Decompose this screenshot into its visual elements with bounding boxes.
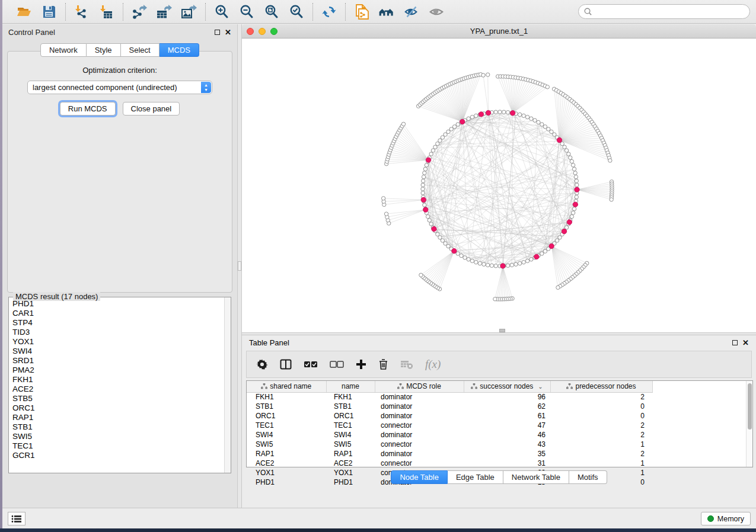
hide-selected-icon[interactable] (403, 4, 420, 20)
close-table-panel-icon[interactable]: ✕ (742, 339, 749, 347)
result-item[interactable]: SWI4 (12, 347, 224, 356)
float-table-panel-icon[interactable] (732, 340, 738, 345)
table-row[interactable]: ORC1ORC1dominator610 (247, 411, 744, 421)
zoom-out-icon[interactable] (238, 4, 255, 20)
result-item[interactable]: PMA2 (12, 366, 224, 375)
memory-label: Memory (717, 515, 744, 523)
deselect-all-icon[interactable] (330, 355, 344, 373)
table-row[interactable]: SWI4SWI4dominator462 (247, 430, 744, 440)
status-bar: Memory (2, 508, 756, 528)
result-item[interactable]: RAP1 (12, 413, 224, 422)
import-network-icon[interactable] (74, 4, 90, 20)
table-row[interactable]: SWI5SWI5connector431 (247, 440, 744, 449)
control-panel-title: Control Panel (8, 28, 55, 37)
mcds-result-scrollbar[interactable] (224, 297, 231, 473)
search-input[interactable] (592, 7, 745, 16)
table-row[interactable]: STB1STB1dominator620 (247, 402, 744, 411)
column-header-predecessor-nodes[interactable]: predecessor nodes (550, 381, 652, 392)
table-tab-node-table[interactable]: Node Table (391, 470, 448, 484)
result-item[interactable]: GCR1 (12, 451, 224, 460)
result-item[interactable]: SRD1 (12, 356, 224, 366)
export-network-icon[interactable] (131, 4, 148, 20)
application-window: Control Panel ✕ NetworkStyleSelectMCDS O… (2, 0, 756, 528)
float-panel-icon[interactable] (215, 30, 220, 35)
table-row[interactable]: ACE2ACE2connector311 (247, 459, 744, 468)
zoom-selected-icon[interactable] (288, 4, 305, 20)
memory-button[interactable]: Memory (701, 512, 751, 525)
main-toolbar (2, 0, 756, 24)
table-tab-network-table[interactable]: Network Table (503, 470, 569, 484)
import-table-icon[interactable] (98, 4, 115, 20)
delete-column-icon[interactable] (378, 355, 388, 373)
result-item[interactable]: TID3 (12, 328, 224, 337)
table-panel-title: Table Panel (249, 338, 289, 347)
refresh-layout-icon[interactable] (321, 4, 337, 20)
result-item[interactable]: SWI5 (12, 432, 224, 441)
desktop-background-bottom (0, 528, 756, 532)
network-canvas[interactable] (242, 39, 756, 332)
result-item[interactable]: YOX1 (12, 337, 224, 347)
network-window-titlebar[interactable]: YPA_prune.txt_1 (242, 24, 756, 39)
panel-splitter[interactable] (237, 24, 242, 508)
result-item[interactable]: CAR1 (12, 309, 224, 318)
table-tabs: Node TableEdge TableNetwork TableMotifs (242, 470, 756, 484)
tab-style[interactable]: Style (87, 43, 121, 57)
table-toolbar: f(x) (246, 351, 752, 378)
show-columns-icon[interactable] (280, 355, 292, 373)
column-header-MCDS-role[interactable]: MCDS role (375, 381, 464, 392)
result-item[interactable]: STP4 (12, 318, 224, 328)
network-graph[interactable] (242, 39, 755, 332)
result-item[interactable]: STB1 (12, 422, 224, 432)
result-item[interactable]: STB5 (12, 394, 224, 403)
run-mcds-button[interactable]: Run MCDS (60, 102, 116, 116)
add-column-icon[interactable] (356, 355, 366, 373)
table-scrollbar[interactable] (746, 381, 752, 467)
memory-status-icon (707, 515, 714, 522)
table-scrollbar-thumb[interactable] (748, 383, 752, 430)
table-panel: Table Panel ✕ (242, 335, 756, 508)
column-header-shared-name[interactable]: shared name (247, 381, 326, 392)
clone-network-icon[interactable] (353, 4, 370, 20)
control-panel: Control Panel ✕ NetworkStyleSelectMCDS O… (2, 24, 237, 508)
table-row[interactable]: RAP1RAP1dominator352 (247, 449, 744, 459)
table-row[interactable]: FKH1FKH1dominator962 (247, 392, 744, 402)
optimization-criterion-dropdown[interactable]: largest connected component (undirected)… (27, 81, 212, 94)
mcds-result-group: MCDS result (17 nodes) PHD1CAR1STP4TID3Y… (8, 297, 231, 473)
open-file-icon[interactable] (16, 4, 33, 20)
close-panel-icon[interactable]: ✕ (225, 28, 231, 36)
tab-mcds[interactable]: MCDS (160, 43, 199, 57)
close-panel-button[interactable]: Close panel (123, 102, 180, 116)
table-row[interactable]: TEC1TEC1connector472 (247, 421, 744, 430)
node-table-container: shared namenameMCDS rolesuccessor nodes⌄… (246, 380, 753, 467)
zoom-in-icon[interactable] (213, 4, 230, 20)
table-tab-motifs[interactable]: Motifs (569, 470, 607, 484)
result-item[interactable]: FKH1 (12, 375, 224, 384)
canvas-scroll-grip[interactable] (499, 329, 505, 332)
search-icon (583, 7, 592, 16)
export-image-icon[interactable] (181, 4, 197, 20)
task-history-button[interactable] (8, 512, 25, 525)
column-header-successor-nodes[interactable]: successor nodes⌄ (464, 381, 550, 392)
search-box[interactable] (578, 4, 750, 19)
function-builder-icon: f(x) (425, 355, 441, 373)
export-table-icon[interactable] (156, 4, 173, 20)
result-item[interactable]: TEC1 (12, 441, 224, 451)
zoom-fit-icon[interactable] (263, 4, 280, 20)
delete-table-icon (400, 355, 413, 373)
network-window: YPA_prune.txt_1 (242, 24, 756, 332)
select-all-icon[interactable] (304, 355, 318, 373)
mcds-result-list[interactable]: PHD1CAR1STP4TID3YOX1SWI4SRD1PMA2FKH1ACE2… (9, 297, 224, 473)
network-window-title: YPA_prune.txt_1 (242, 27, 756, 36)
result-item[interactable]: ACE2 (12, 384, 224, 394)
column-header-name[interactable]: name (326, 381, 375, 392)
splitter-grip[interactable] (238, 261, 241, 271)
table-settings-icon[interactable] (256, 355, 268, 373)
control-panel-tabs: NetworkStyleSelectMCDS (2, 43, 237, 57)
tab-select[interactable]: Select (121, 43, 160, 57)
table-tab-edge-table[interactable]: Edge Table (448, 470, 503, 484)
tab-network[interactable]: Network (40, 43, 87, 57)
result-item[interactable]: ORC1 (12, 403, 224, 413)
show-all-icon[interactable] (378, 4, 395, 20)
show-hidden-icon[interactable] (428, 4, 445, 20)
save-session-icon[interactable] (41, 4, 58, 20)
